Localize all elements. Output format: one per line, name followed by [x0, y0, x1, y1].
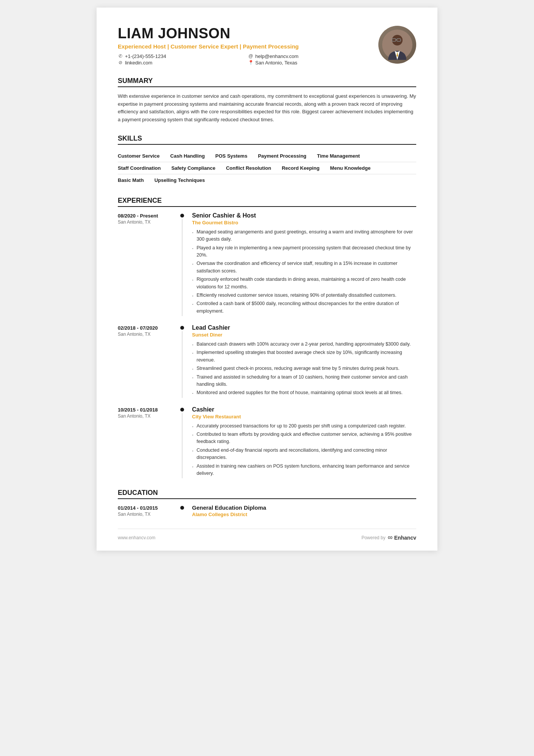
- exp-dates-1: 08/2020 - Present: [118, 213, 178, 219]
- edu-school-1: Alamo Colleges District: [192, 512, 416, 517]
- bullet-item: Balanced cash drawers with 100% accuracy…: [192, 341, 416, 348]
- exp-company-3: City View Restaurant: [192, 414, 416, 419]
- skill-pos-systems: POS Systems: [215, 150, 255, 162]
- skills-row-2: Staff Coordination Safety Compliance Con…: [118, 162, 416, 174]
- email-value: help@enhancv.com: [255, 53, 298, 59]
- candidate-title: Experienced Host | Customer Service Expe…: [118, 43, 371, 50]
- experience-entry-2: 02/2018 - 07/2020 San Antonio, TX Lead C…: [118, 324, 416, 398]
- bullet-item: Played a key role in implementing a new …: [192, 244, 416, 259]
- powered-by-label: Powered by: [361, 535, 385, 540]
- bullet-item: Conducted end-of-day financial reports a…: [192, 447, 416, 462]
- skill-staff-coordination: Staff Coordination: [118, 162, 167, 174]
- education-entry-1: 01/2014 - 01/2015 San Antonio, TX Genera…: [118, 504, 416, 517]
- bullet-item: Trained and assisted in scheduling for a…: [192, 374, 416, 388]
- exp-dates-2: 02/2018 - 07/2020: [118, 325, 178, 331]
- exp-right-3: Cashier City View Restaurant Accurately …: [186, 406, 416, 479]
- footer-powered-by: Powered by ∞ Enhancv: [361, 534, 416, 542]
- svg-point-1: [392, 35, 403, 45]
- exp-location-2: San Antonio, TX: [118, 332, 178, 337]
- bullet-item: Assisted in training new cashiers on POS…: [192, 463, 416, 477]
- exp-dot-1: [180, 214, 184, 218]
- skill-record-keeping: Record Keeping: [282, 162, 326, 174]
- bullet-item: Managed seating arrangements and guest g…: [192, 229, 416, 243]
- exp-dot-2: [180, 326, 184, 330]
- email-contact: @ help@enhancv.com: [248, 53, 371, 59]
- skill-customer-service: Customer Service: [118, 150, 167, 162]
- bullet-item: Monitored and ordered supplies for the f…: [192, 389, 416, 396]
- edu-dot-1: [180, 506, 184, 510]
- skill-payment-processing: Payment Processing: [258, 150, 313, 162]
- phone-value: +1-(234)-555-1234: [125, 53, 166, 59]
- exp-bullets-3: Accurately processed transactions for up…: [192, 423, 416, 477]
- header-section: LIAM JOHNSON Experienced Host | Customer…: [118, 26, 416, 66]
- contact-grid: ✆ +1-(234)-555-1234 @ help@enhancv.com ⊘…: [118, 53, 371, 66]
- phone-contact: ✆ +1-(234)-555-1234: [118, 53, 240, 59]
- skills-row-1: Customer Service Cash Handling POS Syste…: [118, 150, 416, 162]
- edu-dates-1: 01/2014 - 01/2015: [118, 505, 178, 511]
- exp-timeline-2: [178, 324, 186, 398]
- edu-timeline-1: [178, 504, 186, 517]
- bullet-item: Efficiently resolved customer service is…: [192, 292, 416, 299]
- skill-upselling-techniques: Upselling Techniques: [155, 174, 212, 186]
- exp-right-2: Lead Cashier Sunset Diner Balanced cash …: [186, 324, 416, 398]
- experience-entry-3: 10/2015 - 01/2018 San Antonio, TX Cashie…: [118, 406, 416, 479]
- exp-line-1: [182, 219, 183, 316]
- exp-line-3: [182, 413, 183, 479]
- skills-section: SKILLS Customer Service Cash Handling PO…: [118, 135, 416, 186]
- exp-left-2: 02/2018 - 07/2020 San Antonio, TX: [118, 324, 178, 398]
- enhancv-brand: Enhancv: [394, 535, 416, 541]
- exp-left-1: 08/2020 - Present San Antonio, TX: [118, 212, 178, 316]
- skills-grid: Customer Service Cash Handling POS Syste…: [118, 150, 416, 186]
- summary-title: SUMMARY: [118, 77, 416, 87]
- linkedin-value: linkedin.com: [125, 60, 152, 66]
- candidate-name: LIAM JOHNSON: [118, 26, 371, 42]
- exp-left-3: 10/2015 - 01/2018 San Antonio, TX: [118, 406, 178, 479]
- phone-icon: ✆: [118, 53, 123, 59]
- exp-bullets-1: Managed seating arrangements and guest g…: [192, 229, 416, 315]
- linkedin-icon: ⊘: [118, 60, 123, 65]
- exp-right-1: Senior Cashier & Host The Gourmet Bistro…: [186, 212, 416, 316]
- skill-menu-knowledge: Menu Knowledge: [330, 162, 378, 174]
- location-value: San Antonio, Texas: [255, 60, 297, 66]
- header-left: LIAM JOHNSON Experienced Host | Customer…: [118, 26, 371, 66]
- skills-row-3: Basic Math Upselling Techniques: [118, 174, 416, 186]
- bullet-item: Accurately processed transactions for up…: [192, 423, 416, 430]
- exp-location-1: San Antonio, TX: [118, 219, 178, 225]
- email-icon: @: [248, 53, 253, 59]
- summary-section: SUMMARY With extensive experience in cus…: [118, 77, 416, 124]
- linkedin-contact: ⊘ linkedin.com: [118, 60, 240, 66]
- education-section: EDUCATION 01/2014 - 01/2015 San Antonio,…: [118, 489, 416, 517]
- edu-degree-1: General Education Diploma: [192, 504, 416, 511]
- experience-entry-1: 08/2020 - Present San Antonio, TX Senior…: [118, 212, 416, 316]
- edu-left-1: 01/2014 - 01/2015 San Antonio, TX: [118, 504, 178, 517]
- exp-line-2: [182, 331, 183, 398]
- edu-right-1: General Education Diploma Alamo Colleges…: [186, 504, 416, 517]
- avatar: [378, 26, 416, 64]
- experience-title: EXPERIENCE: [118, 197, 416, 207]
- skill-conflict-resolution: Conflict Resolution: [226, 162, 278, 174]
- exp-location-3: San Antonio, TX: [118, 413, 178, 419]
- footer: www.enhancv.com Powered by ∞ Enhancv: [118, 529, 416, 542]
- skill-safety-compliance: Safety Compliance: [171, 162, 222, 174]
- location-contact: 📍 San Antonio, Texas: [248, 60, 371, 66]
- exp-dates-3: 10/2015 - 01/2018: [118, 407, 178, 413]
- enhancv-icon: ∞: [388, 534, 393, 542]
- exp-job-title-3: Cashier: [192, 406, 416, 413]
- bullet-item: Oversaw the coordination and efficiency …: [192, 260, 416, 275]
- bullet-item: Streamlined guest check-in process, redu…: [192, 365, 416, 372]
- bullet-item: Controlled a cash bank of $5000 daily, r…: [192, 300, 416, 315]
- avatar-image: [378, 26, 416, 64]
- education-title: EDUCATION: [118, 489, 416, 499]
- resume-page: LIAM JOHNSON Experienced Host | Customer…: [97, 8, 437, 551]
- exp-job-title-1: Senior Cashier & Host: [192, 212, 416, 219]
- exp-timeline-3: [178, 406, 186, 479]
- bullet-item: Contributed to team efforts by providing…: [192, 431, 416, 446]
- exp-company-2: Sunset Diner: [192, 332, 416, 338]
- summary-text: With extensive experience in customer se…: [118, 92, 416, 124]
- skill-cash-handling: Cash Handling: [170, 150, 212, 162]
- skill-time-management: Time Management: [317, 150, 367, 162]
- skills-title: SKILLS: [118, 135, 416, 145]
- exp-job-title-2: Lead Cashier: [192, 324, 416, 331]
- bullet-item: Rigorously enforced health code standard…: [192, 276, 416, 291]
- skill-basic-math: Basic Math: [118, 174, 151, 186]
